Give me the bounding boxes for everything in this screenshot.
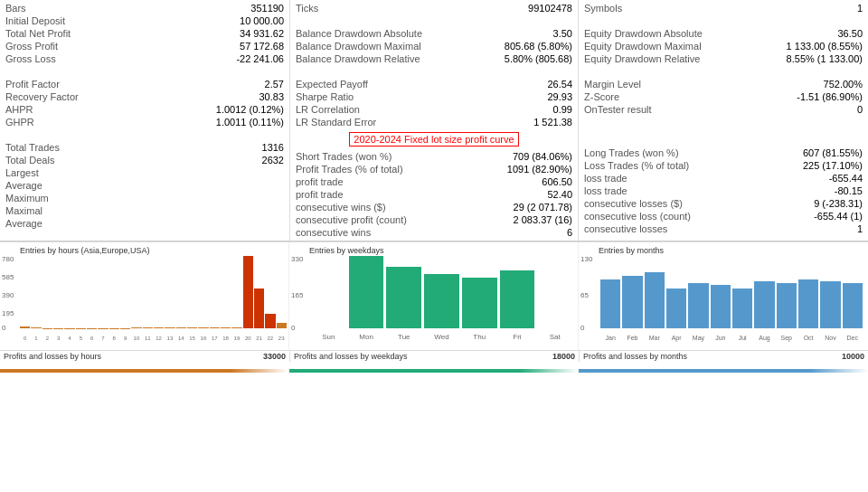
- avg-profit-trade-label: profit trade: [296, 189, 500, 200]
- x-h1: 1: [31, 336, 41, 341]
- bars-value: 351190: [212, 3, 284, 14]
- x-h17: 17: [210, 336, 220, 341]
- zscore-value: -1.51 (86.90%): [790, 91, 863, 102]
- sharpe-value: 29.93: [500, 91, 572, 102]
- eq-rel-row: Equity Drawdown Relative 8.55% (1 133.00…: [579, 52, 868, 65]
- bar-mon: [349, 256, 384, 328]
- spacer2: [0, 128, 289, 141]
- largest-loss-trade-label: loss trade: [584, 173, 790, 184]
- total-trades-label: Total Trades: [5, 142, 212, 153]
- x-jan: Jan: [600, 335, 620, 341]
- eq-max-row: Equity Drawdown Maximal 1 133.00 (8.55%): [579, 40, 868, 52]
- profit-trades-label: Profit Trades (% of total): [296, 164, 500, 175]
- eq-abs-row: Equity Drawdown Absolute 36.50: [579, 27, 868, 40]
- x-h6: 6: [87, 336, 97, 341]
- bar-h19: [231, 327, 241, 328]
- stats-col-1: Bars 351190 Initial Deposit 10 000.00 To…: [0, 0, 289, 241]
- bars-row: Bars 351190: [0, 2, 289, 14]
- weekdays-chart-title: Entries by weekdays: [291, 246, 576, 255]
- gross-loss-label: Gross Loss: [5, 53, 212, 64]
- mon-y-max: 130: [580, 255, 592, 263]
- x-jul: Jul: [732, 335, 752, 341]
- bottom-months-label: Profits and losses by months: [583, 352, 687, 361]
- max-profit-count-value: 2 083.37 (16): [500, 214, 572, 225]
- total-deals-row: Total Deals 2632: [0, 154, 289, 166]
- short-trades-label: Short Trades (won %): [296, 151, 500, 162]
- bar-h12: [154, 327, 164, 328]
- gross-profit-label: Gross Profit: [5, 41, 212, 52]
- wkd-y-mid: 165: [291, 291, 303, 299]
- avg-loss-trade-row: loss trade -80.15: [579, 184, 868, 197]
- symbols-value: 1: [790, 3, 863, 14]
- largest-loss-trade-value: -655.44: [790, 173, 863, 184]
- zscore-row: Z-Score -1.51 (86.90%): [579, 90, 868, 103]
- bal-max-label: Balance Drawdown Maximal: [296, 41, 500, 52]
- x-h14: 14: [176, 336, 186, 341]
- avg-consec-losses-value: 1: [790, 223, 863, 234]
- bal-rel-value: 5.80% (805.68): [500, 53, 572, 64]
- x-thu: Thu: [462, 333, 497, 341]
- wkd-y-max: 330: [291, 255, 303, 263]
- hours-chart: Entries by hours (Asia,Europe,USA) 780 5…: [0, 242, 289, 350]
- x-h12: 12: [154, 336, 164, 341]
- bar-thu: [462, 278, 497, 328]
- maximum-row: Maximum: [0, 192, 289, 204]
- ghpr-label: GHPR: [5, 117, 212, 128]
- zscore-label: Z-Score: [584, 91, 790, 102]
- hours-bars: [20, 256, 287, 328]
- long-trades-label: Long Trades (won %): [584, 147, 790, 158]
- profit-factor-value: 2.57: [212, 79, 284, 90]
- hours-y-min: 0: [2, 324, 5, 332]
- avg-consec-wins-label: consecutive wins: [296, 227, 500, 238]
- bottom-charts-labels: Profits and losses by hours 33000 Profit…: [0, 350, 868, 362]
- weekdays-x-labels: Sun Mon Tue Wed Thu Fri Sat: [311, 333, 572, 341]
- bottom-months-value: 10000: [842, 352, 864, 361]
- charts-section: Entries by hours (Asia,Europe,USA) 780 5…: [0, 241, 868, 350]
- bar-dec: [843, 283, 863, 328]
- total-deals-value: 2632: [212, 155, 284, 166]
- max-loss-count-label: consecutive loss (count): [584, 211, 790, 222]
- initial-deposit-label: Initial Deposit: [5, 15, 212, 26]
- bal-max-row: Balance Drawdown Maximal 805.68 (5.80%): [290, 40, 578, 52]
- ontester-label: OnTester result: [584, 104, 790, 115]
- bottom-hours-section: Profits and losses by hours 33000: [0, 351, 289, 362]
- ahpr-value: 1.0012 (0.12%): [212, 104, 284, 115]
- average2-value: [212, 218, 284, 229]
- short-trades-row: Short Trades (won %) 709 (84.06%): [290, 150, 578, 163]
- bal-rel-row: Balance Drawdown Relative 5.80% (805.68): [290, 52, 578, 65]
- bottom-months-bar: [579, 369, 868, 373]
- avg-consec-losses-label: consecutive losses: [584, 223, 790, 234]
- symbols-label: Symbols: [584, 3, 790, 14]
- x-may: May: [688, 335, 708, 341]
- mon-y-mid: 65: [580, 291, 589, 299]
- bar-h13: [165, 327, 175, 328]
- x-h13: 13: [165, 336, 175, 341]
- expected-payoff-label: Expected Payoff: [296, 79, 500, 90]
- net-profit-label: Total Net Profit: [5, 28, 212, 39]
- total-trades-row: Total Trades 1316: [0, 141, 289, 154]
- bar-h11: [143, 327, 153, 328]
- eq-rel-value: 8.55% (1 133.00): [787, 53, 863, 64]
- x-h8: 8: [109, 336, 119, 341]
- bar-sep: [777, 283, 797, 328]
- net-profit-row: Total Net Profit 34 931.62: [0, 27, 289, 40]
- max-profit-count-label: consecutive profit (count): [296, 214, 500, 225]
- x-dec: Dec: [843, 335, 863, 341]
- ontester-row: OnTester result 0: [579, 103, 868, 116]
- long-trades-value: 607 (81.55%): [790, 147, 863, 158]
- avg-profit-trade-value: 52.40: [500, 189, 572, 200]
- x-fri: Fri: [500, 333, 535, 341]
- x-h9: 9: [120, 336, 130, 341]
- mon-y-min: 0: [580, 324, 584, 332]
- spacer1: [0, 65, 289, 78]
- spacer-col3-3: [579, 116, 868, 128]
- gross-profit-value: 57 172.68: [212, 41, 284, 52]
- bar-may: [688, 283, 708, 328]
- margin-level-label: Margin Level: [584, 79, 790, 90]
- max-profit-count-row: consecutive profit (count) 2 083.37 (16): [290, 213, 578, 226]
- average1-row: Average: [0, 179, 289, 192]
- stats-col-3: Symbols 1 Equity Drawdown Absolute 36.50…: [579, 0, 868, 241]
- x-wed: Wed: [424, 333, 459, 341]
- x-mon: Mon: [349, 333, 384, 341]
- margin-level-value: 752.00%: [790, 79, 863, 90]
